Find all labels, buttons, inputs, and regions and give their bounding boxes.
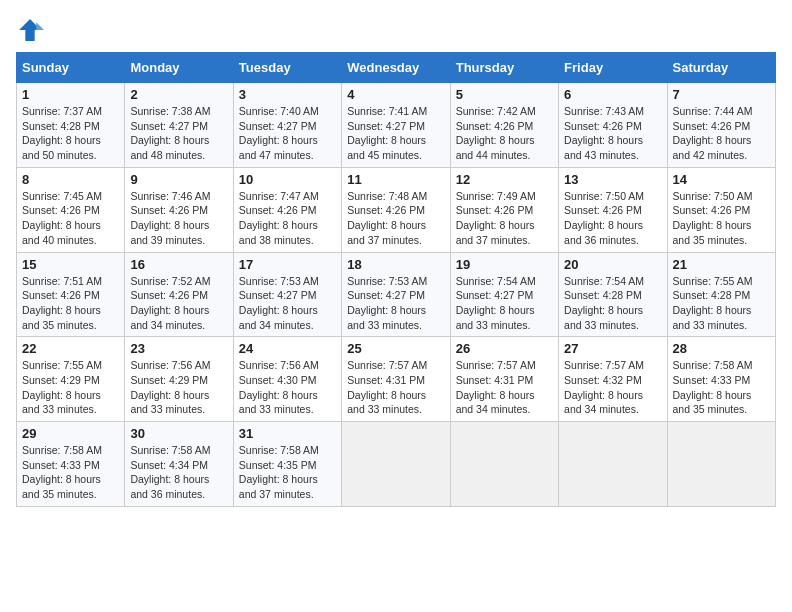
calendar-cell: 17Sunrise: 7:53 AMSunset: 4:27 PMDayligh… <box>233 252 341 337</box>
weekday-header: Monday <box>125 53 233 83</box>
day-info: Sunrise: 7:55 AMSunset: 4:28 PMDaylight:… <box>673 274 770 333</box>
weekday-header: Thursday <box>450 53 558 83</box>
day-number: 14 <box>673 172 770 187</box>
calendar-cell <box>667 422 775 507</box>
calendar: SundayMondayTuesdayWednesdayThursdayFrid… <box>16 52 776 507</box>
day-number: 4 <box>347 87 444 102</box>
day-number: 28 <box>673 341 770 356</box>
day-number: 3 <box>239 87 336 102</box>
day-info: Sunrise: 7:57 AMSunset: 4:32 PMDaylight:… <box>564 358 661 417</box>
day-info: Sunrise: 7:54 AMSunset: 4:27 PMDaylight:… <box>456 274 553 333</box>
day-number: 13 <box>564 172 661 187</box>
calendar-cell: 29Sunrise: 7:58 AMSunset: 4:33 PMDayligh… <box>17 422 125 507</box>
calendar-cell <box>559 422 667 507</box>
calendar-cell: 12Sunrise: 7:49 AMSunset: 4:26 PMDayligh… <box>450 167 558 252</box>
day-info: Sunrise: 7:37 AMSunset: 4:28 PMDaylight:… <box>22 104 119 163</box>
calendar-cell: 16Sunrise: 7:52 AMSunset: 4:26 PMDayligh… <box>125 252 233 337</box>
day-number: 9 <box>130 172 227 187</box>
calendar-cell: 28Sunrise: 7:58 AMSunset: 4:33 PMDayligh… <box>667 337 775 422</box>
day-info: Sunrise: 7:43 AMSunset: 4:26 PMDaylight:… <box>564 104 661 163</box>
weekday-header: Friday <box>559 53 667 83</box>
calendar-cell: 21Sunrise: 7:55 AMSunset: 4:28 PMDayligh… <box>667 252 775 337</box>
header <box>16 16 776 44</box>
calendar-cell: 4Sunrise: 7:41 AMSunset: 4:27 PMDaylight… <box>342 83 450 168</box>
day-number: 23 <box>130 341 227 356</box>
day-info: Sunrise: 7:54 AMSunset: 4:28 PMDaylight:… <box>564 274 661 333</box>
calendar-cell: 24Sunrise: 7:56 AMSunset: 4:30 PMDayligh… <box>233 337 341 422</box>
day-number: 27 <box>564 341 661 356</box>
day-number: 5 <box>456 87 553 102</box>
calendar-header-row: SundayMondayTuesdayWednesdayThursdayFrid… <box>17 53 776 83</box>
calendar-cell: 2Sunrise: 7:38 AMSunset: 4:27 PMDaylight… <box>125 83 233 168</box>
day-number: 22 <box>22 341 119 356</box>
day-info: Sunrise: 7:58 AMSunset: 4:34 PMDaylight:… <box>130 443 227 502</box>
day-info: Sunrise: 7:55 AMSunset: 4:29 PMDaylight:… <box>22 358 119 417</box>
calendar-cell: 15Sunrise: 7:51 AMSunset: 4:26 PMDayligh… <box>17 252 125 337</box>
calendar-week-row: 29Sunrise: 7:58 AMSunset: 4:33 PMDayligh… <box>17 422 776 507</box>
weekday-header: Wednesday <box>342 53 450 83</box>
day-number: 10 <box>239 172 336 187</box>
calendar-cell: 31Sunrise: 7:58 AMSunset: 4:35 PMDayligh… <box>233 422 341 507</box>
day-info: Sunrise: 7:50 AMSunset: 4:26 PMDaylight:… <box>673 189 770 248</box>
day-number: 16 <box>130 257 227 272</box>
day-info: Sunrise: 7:57 AMSunset: 4:31 PMDaylight:… <box>347 358 444 417</box>
day-info: Sunrise: 7:57 AMSunset: 4:31 PMDaylight:… <box>456 358 553 417</box>
day-info: Sunrise: 7:40 AMSunset: 4:27 PMDaylight:… <box>239 104 336 163</box>
calendar-cell: 19Sunrise: 7:54 AMSunset: 4:27 PMDayligh… <box>450 252 558 337</box>
calendar-cell: 13Sunrise: 7:50 AMSunset: 4:26 PMDayligh… <box>559 167 667 252</box>
day-number: 30 <box>130 426 227 441</box>
calendar-week-row: 8Sunrise: 7:45 AMSunset: 4:26 PMDaylight… <box>17 167 776 252</box>
day-info: Sunrise: 7:50 AMSunset: 4:26 PMDaylight:… <box>564 189 661 248</box>
calendar-week-row: 15Sunrise: 7:51 AMSunset: 4:26 PMDayligh… <box>17 252 776 337</box>
day-info: Sunrise: 7:56 AMSunset: 4:30 PMDaylight:… <box>239 358 336 417</box>
logo <box>16 16 46 44</box>
calendar-cell: 5Sunrise: 7:42 AMSunset: 4:26 PMDaylight… <box>450 83 558 168</box>
day-number: 21 <box>673 257 770 272</box>
calendar-cell: 26Sunrise: 7:57 AMSunset: 4:31 PMDayligh… <box>450 337 558 422</box>
day-number: 25 <box>347 341 444 356</box>
day-number: 31 <box>239 426 336 441</box>
day-info: Sunrise: 7:41 AMSunset: 4:27 PMDaylight:… <box>347 104 444 163</box>
day-info: Sunrise: 7:51 AMSunset: 4:26 PMDaylight:… <box>22 274 119 333</box>
calendar-cell: 25Sunrise: 7:57 AMSunset: 4:31 PMDayligh… <box>342 337 450 422</box>
calendar-week-row: 1Sunrise: 7:37 AMSunset: 4:28 PMDaylight… <box>17 83 776 168</box>
calendar-cell: 3Sunrise: 7:40 AMSunset: 4:27 PMDaylight… <box>233 83 341 168</box>
day-number: 7 <box>673 87 770 102</box>
calendar-week-row: 22Sunrise: 7:55 AMSunset: 4:29 PMDayligh… <box>17 337 776 422</box>
day-number: 12 <box>456 172 553 187</box>
day-info: Sunrise: 7:46 AMSunset: 4:26 PMDaylight:… <box>130 189 227 248</box>
calendar-cell: 30Sunrise: 7:58 AMSunset: 4:34 PMDayligh… <box>125 422 233 507</box>
calendar-cell: 11Sunrise: 7:48 AMSunset: 4:26 PMDayligh… <box>342 167 450 252</box>
day-number: 15 <box>22 257 119 272</box>
day-info: Sunrise: 7:45 AMSunset: 4:26 PMDaylight:… <box>22 189 119 248</box>
day-info: Sunrise: 7:56 AMSunset: 4:29 PMDaylight:… <box>130 358 227 417</box>
calendar-cell: 9Sunrise: 7:46 AMSunset: 4:26 PMDaylight… <box>125 167 233 252</box>
day-number: 1 <box>22 87 119 102</box>
day-number: 19 <box>456 257 553 272</box>
calendar-cell: 6Sunrise: 7:43 AMSunset: 4:26 PMDaylight… <box>559 83 667 168</box>
calendar-cell: 10Sunrise: 7:47 AMSunset: 4:26 PMDayligh… <box>233 167 341 252</box>
calendar-cell: 8Sunrise: 7:45 AMSunset: 4:26 PMDaylight… <box>17 167 125 252</box>
day-info: Sunrise: 7:44 AMSunset: 4:26 PMDaylight:… <box>673 104 770 163</box>
day-number: 20 <box>564 257 661 272</box>
day-info: Sunrise: 7:58 AMSunset: 4:33 PMDaylight:… <box>22 443 119 502</box>
day-info: Sunrise: 7:47 AMSunset: 4:26 PMDaylight:… <box>239 189 336 248</box>
day-number: 24 <box>239 341 336 356</box>
day-number: 2 <box>130 87 227 102</box>
day-info: Sunrise: 7:42 AMSunset: 4:26 PMDaylight:… <box>456 104 553 163</box>
weekday-header: Sunday <box>17 53 125 83</box>
calendar-cell: 23Sunrise: 7:56 AMSunset: 4:29 PMDayligh… <box>125 337 233 422</box>
day-info: Sunrise: 7:58 AMSunset: 4:35 PMDaylight:… <box>239 443 336 502</box>
day-info: Sunrise: 7:49 AMSunset: 4:26 PMDaylight:… <box>456 189 553 248</box>
calendar-cell: 27Sunrise: 7:57 AMSunset: 4:32 PMDayligh… <box>559 337 667 422</box>
calendar-cell <box>450 422 558 507</box>
day-number: 6 <box>564 87 661 102</box>
day-info: Sunrise: 7:38 AMSunset: 4:27 PMDaylight:… <box>130 104 227 163</box>
day-info: Sunrise: 7:48 AMSunset: 4:26 PMDaylight:… <box>347 189 444 248</box>
day-info: Sunrise: 7:53 AMSunset: 4:27 PMDaylight:… <box>239 274 336 333</box>
calendar-cell: 14Sunrise: 7:50 AMSunset: 4:26 PMDayligh… <box>667 167 775 252</box>
svg-marker-1 <box>36 22 44 30</box>
calendar-cell: 7Sunrise: 7:44 AMSunset: 4:26 PMDaylight… <box>667 83 775 168</box>
calendar-cell: 22Sunrise: 7:55 AMSunset: 4:29 PMDayligh… <box>17 337 125 422</box>
calendar-cell: 20Sunrise: 7:54 AMSunset: 4:28 PMDayligh… <box>559 252 667 337</box>
